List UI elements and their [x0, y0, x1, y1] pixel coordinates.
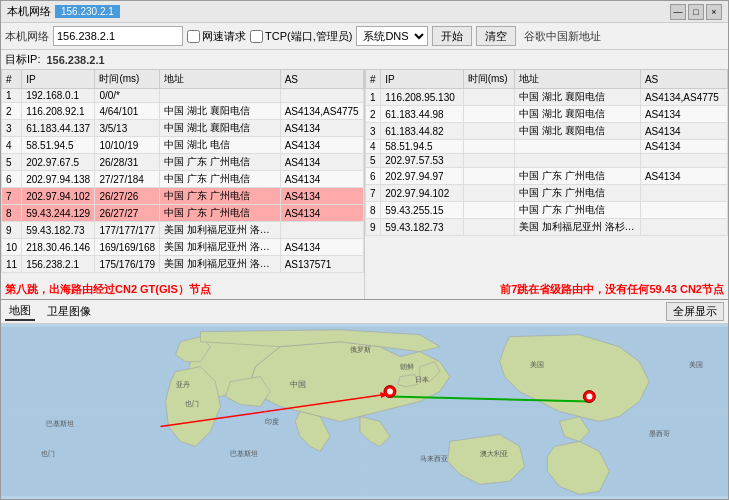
svg-text:美国: 美国 [689, 361, 703, 368]
window-controls: — □ × [670, 4, 722, 20]
col-num: # [2, 70, 22, 89]
tab-map[interactable]: 地图 [5, 302, 35, 321]
table-row: 1192.168.0.10/0/* [2, 89, 364, 103]
svg-text:巴基斯坦: 巴基斯坦 [46, 420, 74, 427]
checkbox-tcp-label: TCP(端口,管理员) [265, 29, 352, 44]
col-time-r: 时间(ms) [463, 70, 514, 89]
svg-text:美国: 美国 [530, 361, 544, 368]
title-bar: 本机网络 156.230.2.1 — □ × [1, 1, 728, 23]
target-label: 目标IP: [5, 52, 40, 67]
svg-text:印度: 印度 [265, 418, 279, 425]
right-annotation: 前7跳在省级路由中，没有任何59.43 CN2节点 [365, 280, 728, 299]
svg-point-3 [387, 389, 393, 395]
fullscreen-btn[interactable]: 全屏显示 [666, 302, 724, 321]
table-row: 7202.97.94.10226/27/26中国 广东 广州电信AS4134 [2, 188, 364, 205]
table-row: 6202.97.94.13827/27/184中国 广东 广州电信AS4134 [2, 171, 364, 188]
table-row: 5202.97.57.53 [366, 154, 728, 168]
left-pane: # IP 时间(ms) 地址 AS 1192.168.0.10/0/*2116.… [1, 69, 365, 299]
checkbox-request-label: 网速请求 [202, 29, 246, 44]
table-row: 458.51.94.510/10/19中国 湖北 电信AS4134 [2, 137, 364, 154]
dns-select[interactable]: 系统DNS [356, 26, 428, 46]
col-as-r: AS [640, 70, 727, 89]
left-annotation: 第八跳，出海路由经过CN2 GT(GIS）节点 [1, 280, 364, 299]
map-toolbar: 地图 卫星图像 全屏显示 [1, 300, 728, 324]
svg-text:也门: 也门 [41, 450, 55, 457]
table-row: 1116.208.95.130中国 湖北 襄阳电信AS4134,AS4775 [366, 89, 728, 106]
svg-text:中国: 中国 [290, 380, 306, 389]
checkbox-tcp-group: TCP(端口,管理员) [250, 29, 352, 44]
svg-text:亚丹: 亚丹 [176, 381, 190, 388]
table-row: 361.183.44.1373/5/13中国 湖北 襄阳电信AS4134 [2, 120, 364, 137]
checkbox-request-group: 网速请求 [187, 29, 246, 44]
content-area: # IP 时间(ms) 地址 AS 1192.168.0.10/0/*2116.… [1, 69, 728, 299]
toolbar: 本机网络 网速请求 TCP(端口,管理员) 系统DNS 开始 清空 谷歌中国新地… [1, 23, 728, 50]
table-row: 959.43.182.73177/177/177美国 加利福尼亚州 洛杉矶电信 [2, 222, 364, 239]
map-svg: 中国 巴基斯坦 也门 马来西亚 澳大利亚 美国 俄罗斯 印度 日本 朝鲜 亚丹 … [1, 324, 728, 499]
ip-input[interactable] [53, 26, 183, 46]
right-pane: # IP 时间(ms) 地址 AS 1116.208.95.130中国 湖北 襄… [365, 69, 728, 299]
right-table-container[interactable]: # IP 时间(ms) 地址 AS 1116.208.95.130中国 湖北 襄… [365, 69, 728, 280]
table-row: 7202.97.94.102中国 广东 广州电信 [366, 185, 728, 202]
right-table: # IP 时间(ms) 地址 AS 1116.208.95.130中国 湖北 襄… [365, 69, 728, 236]
close-btn[interactable]: × [706, 4, 722, 20]
target-row: 目标IP: 156.238.2.1 [1, 50, 728, 69]
col-as: AS [280, 70, 363, 89]
svg-text:巴基斯坦: 巴基斯坦 [230, 450, 258, 457]
title-bar-left: 本机网络 156.230.2.1 [7, 4, 120, 19]
svg-text:朝鲜: 朝鲜 [400, 363, 414, 370]
table-row: 458.51.94.5AS4134 [366, 140, 728, 154]
table-row: 261.183.44.98中国 湖北 襄阳电信AS4134 [366, 106, 728, 123]
svg-text:也门: 也门 [185, 401, 199, 408]
table-row: 6202.97.94.97中国 广东 广州电信AS4134 [366, 168, 728, 185]
title-bar-label: 本机网络 [7, 4, 51, 19]
svg-text:墨西哥: 墨西哥 [649, 430, 670, 437]
local-network-label: 本机网络 [5, 29, 49, 44]
table-row: 361.183.44.82中国 湖北 襄阳电信AS4134 [366, 123, 728, 140]
col-num-r: # [366, 70, 381, 89]
svg-text:澳大利亚: 澳大利亚 [480, 450, 508, 457]
table-row: 859.43.244.12926/27/27中国 广东 广州电信AS4134 [2, 205, 364, 222]
minimize-btn[interactable]: — [670, 4, 686, 20]
svg-text:马来西亚: 马来西亚 [420, 455, 448, 462]
col-ip-r: IP [381, 70, 463, 89]
col-time: 时间(ms) [95, 70, 160, 89]
title-bar-ip: 156.230.2.1 [55, 5, 120, 18]
left-table-container[interactable]: # IP 时间(ms) 地址 AS 1192.168.0.10/0/*2116.… [1, 69, 364, 280]
map-area: 中国 巴基斯坦 也门 马来西亚 澳大利亚 美国 俄罗斯 印度 日本 朝鲜 亚丹 … [1, 324, 728, 499]
table-row: 5202.97.67.526/28/31中国 广东 广州电信AS4134 [2, 154, 364, 171]
main-window: 本机网络 156.230.2.1 — □ × 本机网络 网速请求 TCP(端口,… [0, 0, 729, 500]
left-table: # IP 时间(ms) 地址 AS 1192.168.0.10/0/*2116.… [1, 69, 364, 273]
map-tabs: 地图 卫星图像 [5, 302, 95, 321]
checkbox-request[interactable] [187, 30, 200, 43]
table-row: 859.43.255.15中国 广东 广州电信 [366, 202, 728, 219]
table-row: 2116.208.92.14/64/101中国 湖北 襄阳电信AS4134,AS… [2, 103, 364, 120]
bottom-section: 地图 卫星图像 全屏显示 [1, 299, 728, 499]
col-addr-r: 地址 [515, 70, 641, 89]
table-row: 10218.30.46.146169/169/168美国 加利福尼亚州 洛杉矶 … [2, 239, 364, 256]
maximize-btn[interactable]: □ [688, 4, 704, 20]
target-ip: 156.238.2.1 [46, 54, 104, 66]
checkbox-tcp[interactable] [250, 30, 263, 43]
clear-button[interactable]: 清空 [476, 26, 516, 46]
col-ip: IP [22, 70, 95, 89]
google-search-label: 谷歌中国新地址 [524, 29, 601, 44]
table-row: 959.43.182.73美国 加利福尼亚州 洛杉矶电信 [366, 219, 728, 236]
start-button[interactable]: 开始 [432, 26, 472, 46]
svg-point-5 [586, 394, 592, 400]
table-row: 11156.238.2.1175/176/179美国 加利福尼亚州 洛杉矶 cl… [2, 256, 364, 273]
tab-satellite[interactable]: 卫星图像 [43, 303, 95, 320]
col-addr: 地址 [160, 70, 280, 89]
svg-text:日本: 日本 [415, 376, 429, 383]
svg-text:俄罗斯: 俄罗斯 [350, 346, 371, 353]
